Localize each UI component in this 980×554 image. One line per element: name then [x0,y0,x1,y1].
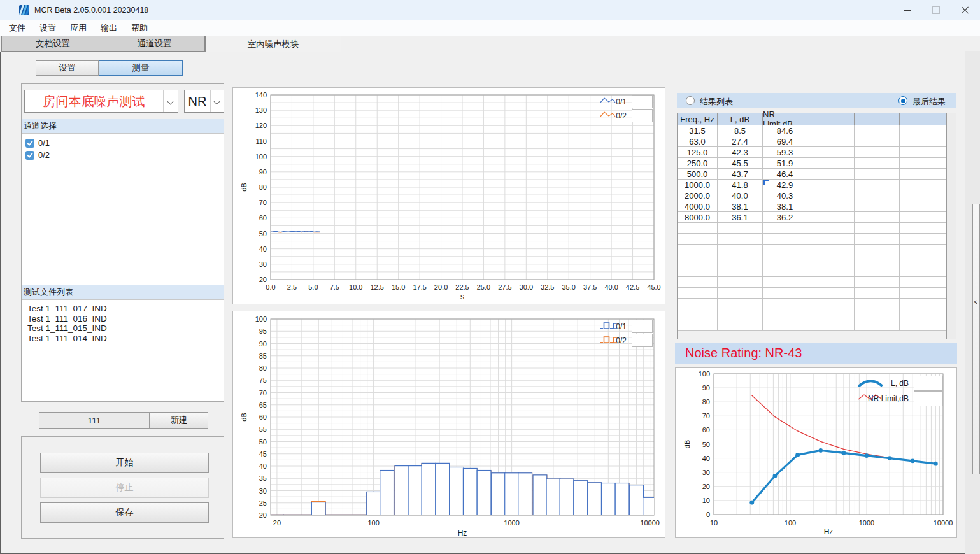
table-cell[interactable] [763,255,807,266]
table-cell[interactable] [855,147,900,158]
table-row[interactable] [678,245,956,255]
table-row[interactable]: 63.027.469.4 [678,136,956,147]
table-cell[interactable] [900,299,946,309]
table-cell[interactable] [900,125,946,136]
table-cell[interactable]: 27.4 [718,136,763,147]
table-cell[interactable]: 500.0 [678,169,718,180]
table-row[interactable] [678,234,956,245]
table-cell[interactable] [807,223,855,234]
table-cell[interactable] [678,299,718,309]
table-cell[interactable] [807,147,855,158]
table-cell[interactable] [807,277,855,288]
table-cell[interactable] [855,125,900,136]
table-cell[interactable] [678,288,718,299]
table-cell[interactable]: 46.4 [763,169,807,180]
table-cell[interactable] [900,309,946,320]
channel-list[interactable]: 0/10/2 [22,133,224,285]
table-cell[interactable]: 40.0 [718,190,763,201]
table-cell[interactable] [807,169,855,180]
menu-item-输出[interactable]: 输出 [96,20,122,36]
table-cell[interactable]: 51.9 [763,158,807,169]
table-cell[interactable]: 84.6 [763,125,807,136]
file-item[interactable]: Test 1_111_016_IND [22,314,224,324]
table-cell[interactable] [807,245,855,255]
tab-文档设置[interactable]: 文档设置 [1,36,104,52]
menu-item-文件[interactable]: 文件 [4,20,31,36]
tab-通道设置[interactable]: 通道设置 [104,36,205,52]
table-cell[interactable] [763,309,807,320]
table-cell[interactable] [900,147,946,158]
subtab-设置[interactable]: 设置 [36,60,99,76]
subtab-测量[interactable]: 测量 [99,60,183,76]
table-row[interactable] [678,309,956,320]
table-cell[interactable] [855,309,900,320]
table-cell[interactable]: 45.5 [718,158,763,169]
table-cell[interactable] [807,125,855,136]
table-cell[interactable] [678,245,718,255]
table-cell[interactable] [763,320,807,331]
table-row[interactable]: 2000.040.040.3 [678,190,956,201]
table-cell[interactable] [763,223,807,234]
table-cell[interactable] [855,190,900,201]
table-cell[interactable] [900,266,946,277]
table-cell[interactable] [807,320,855,331]
table-cell[interactable] [900,212,946,223]
table-cell[interactable] [855,299,900,309]
save-button[interactable]: 保存 [40,502,209,523]
channel-item-0/1[interactable]: 0/1 [22,137,224,149]
table-cell[interactable] [900,288,946,299]
table-cell[interactable] [718,320,763,331]
table-cell[interactable] [763,288,807,299]
table-cell[interactable] [855,180,900,190]
table-cell[interactable]: 36.1 [718,212,763,223]
menu-item-设置[interactable]: 设置 [34,20,61,36]
table-cell[interactable] [807,309,855,320]
table-cell[interactable] [807,180,855,190]
chevron-down-icon[interactable] [163,90,178,112]
file-item[interactable]: Test 1_111_015_IND [22,323,224,334]
table-cell[interactable]: 42.9 [763,180,807,190]
table-cell[interactable] [900,190,946,201]
menu-item-应用[interactable]: 应用 [65,20,92,36]
new-button[interactable]: 新建 [150,412,208,429]
checkbox-checked-icon[interactable] [25,151,34,160]
table-row[interactable]: 125.042.359.3 [678,147,956,158]
table-cell[interactable] [807,158,855,169]
table-cell[interactable] [678,223,718,234]
table-cell[interactable] [718,245,763,255]
table-cell[interactable] [807,212,855,223]
table-row[interactable]: 8000.036.136.2 [678,212,956,223]
table-cell[interactable] [900,234,946,245]
channel-item-0/2[interactable]: 0/2 [22,149,224,161]
table-cell[interactable] [807,136,855,147]
table-cell[interactable] [718,309,763,320]
table-cell[interactable]: 40.3 [763,190,807,201]
table-cell[interactable] [855,201,900,212]
table-cell[interactable] [678,309,718,320]
table-cell[interactable]: 59.3 [763,147,807,158]
table-row[interactable] [678,255,956,266]
table-cell[interactable] [900,158,946,169]
file-item[interactable]: Test 1_111_017_IND [22,304,224,314]
table-cell[interactable] [855,234,900,245]
table-cell[interactable] [900,169,946,180]
table-cell[interactable]: 42.3 [718,147,763,158]
table-cell[interactable] [900,136,946,147]
table-cell[interactable] [807,190,855,201]
table-row[interactable]: 250.045.551.9 [678,158,956,169]
start-button[interactable]: 开始 [40,453,209,473]
table-cell[interactable] [855,223,900,234]
table-cell[interactable]: 38.1 [718,201,763,212]
radio-result-list[interactable] [686,96,695,105]
rating-type-select[interactable]: NR [184,90,224,113]
table-cell[interactable] [678,234,718,245]
table-cell[interactable] [855,277,900,288]
table-cell[interactable] [900,255,946,266]
table-cell[interactable] [855,266,900,277]
table-row[interactable] [678,288,956,299]
table-cell[interactable]: 8000.0 [678,212,718,223]
table-cell[interactable]: 38.1 [763,201,807,212]
table-cell[interactable] [855,320,900,331]
table-cell[interactable] [855,169,900,180]
table-cell[interactable] [763,266,807,277]
